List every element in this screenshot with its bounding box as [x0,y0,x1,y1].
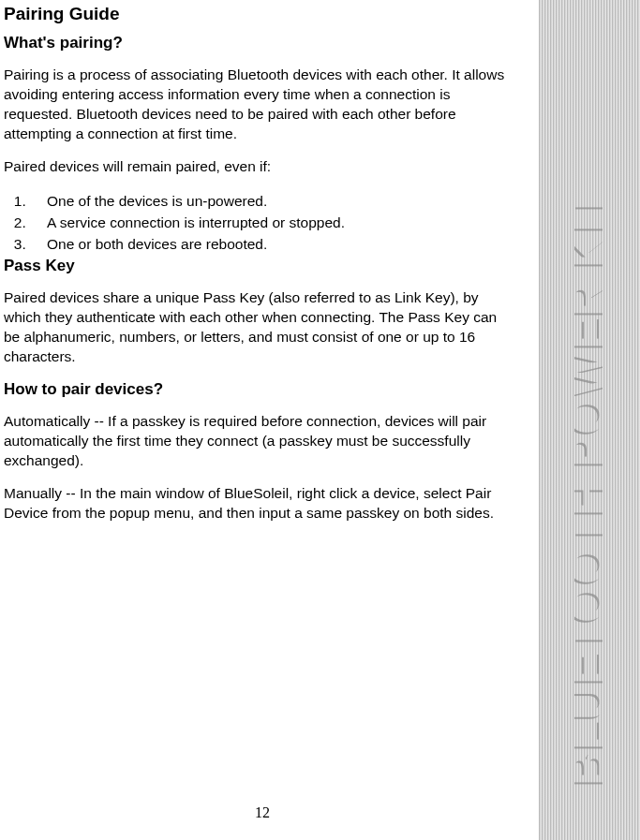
paragraph-auto: Automatically -- If a passkey is require… [4,412,515,471]
section-heading-howto: How to pair devices? [4,380,515,399]
paragraph-pairing-intro: Pairing is a process of associating Blue… [4,66,515,144]
svg-text:BLUETOOTH POWER KIT: BLUETOOTH POWER KIT [574,189,614,787]
list-item: One of the devices is un-powered. [30,190,515,212]
paragraph-pairing-remain: Paired devices will remain paired, even … [4,157,515,177]
page-number: 12 [0,804,525,821]
pairing-list: One of the devices is un-powered. A serv… [30,190,515,256]
section-heading-passkey: Pass Key [4,257,515,275]
section-heading-pairing: What's pairing? [4,34,515,52]
paragraph-passkey: Paired devices share a unique Pass Key (… [4,288,515,367]
list-item: One or both devices are rebooted. [30,233,515,255]
list-item: A service connection is interrupted or s… [30,212,515,233]
sidebar-brand-text: BLUETOOTH POWER KIT [574,47,633,796]
paragraph-manual: Manually -- In the main window of BlueSo… [4,484,515,523]
page-title: Pairing Guide [4,4,515,24]
